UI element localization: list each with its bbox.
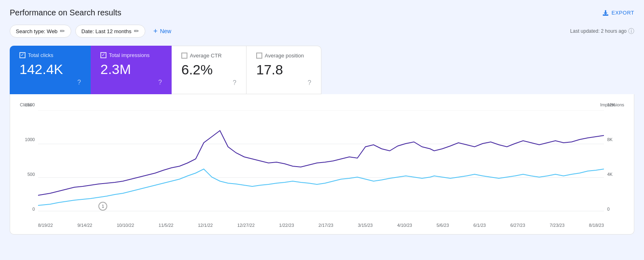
date-filter[interactable]: Date: Last 12 months ✏: [75, 25, 145, 38]
metric-footer-ctr: ?: [181, 79, 236, 87]
x-label-8: 3/15/23: [358, 223, 373, 228]
metric-card-total-clicks[interactable]: Total clicks 142.4K ?: [10, 46, 91, 94]
metric-value-total-impressions: 2.3M: [100, 61, 162, 77]
export-icon: [602, 9, 609, 17]
chart-container: Clicks Impressions 1500 1000 500 0 12K 8…: [10, 94, 634, 235]
x-label-2: 10/10/22: [117, 223, 134, 228]
y-left-0: 0: [32, 207, 35, 211]
help-icon-impressions[interactable]: ?: [158, 79, 162, 86]
header-row: Performance on Search results EXPORT: [10, 8, 634, 17]
y-left-1000: 1000: [25, 137, 35, 142]
page-title: Performance on Search results: [10, 8, 121, 17]
metric-footer-impressions: ?: [100, 79, 162, 86]
x-label-3: 11/5/22: [159, 223, 174, 228]
checkbox-average-position[interactable]: [256, 53, 262, 59]
metric-label-average-ctr: Average CTR: [181, 53, 236, 59]
x-label-14: 8/18/23: [589, 223, 604, 228]
metric-card-total-impressions[interactable]: Total impressions 2.3M ?: [91, 46, 172, 94]
search-type-filter[interactable]: Search type: Web ✏: [10, 25, 71, 38]
date-label: Date: Last 12 months: [81, 28, 132, 34]
y-right-0: 0: [607, 207, 610, 211]
metric-footer-position: ?: [256, 79, 311, 87]
x-label-12: 6/27/23: [510, 223, 525, 228]
metric-card-average-position[interactable]: Average position 17.8 ?: [247, 46, 321, 94]
y-right-4k: 4K: [607, 172, 612, 177]
metric-label-average-position: Average position: [256, 53, 311, 59]
metric-value-average-ctr: 6.2%: [181, 62, 236, 78]
x-label-7: 2/17/23: [319, 223, 334, 228]
plus-icon: +: [153, 27, 158, 35]
help-icon-position[interactable]: ?: [308, 79, 311, 87]
chart-svg-wrapper: [38, 110, 604, 211]
metric-label-total-impressions: Total impressions: [100, 52, 162, 58]
checkbox-average-ctr[interactable]: [181, 53, 187, 59]
edit-search-type-icon: ✏: [60, 27, 65, 35]
x-label-9: 4/10/23: [397, 223, 412, 228]
metric-value-average-position: 17.8: [256, 62, 311, 78]
x-label-10: 5/6/23: [436, 223, 449, 228]
x-label-1: 9/14/22: [77, 223, 92, 228]
info-icon: ⓘ: [628, 27, 634, 35]
metric-footer-clicks: ?: [19, 79, 81, 86]
metric-value-total-clicks: 142.4K: [19, 61, 81, 77]
checkbox-total-clicks[interactable]: [19, 52, 26, 58]
new-button[interactable]: + New: [149, 25, 176, 37]
filters-row: Search type: Web ✏ Date: Last 12 months …: [10, 25, 634, 38]
y-right-labels: 12K 8K 4K 0: [604, 102, 624, 211]
edit-date-icon: ✏: [134, 27, 139, 35]
metrics-row: Total clicks 142.4K ? Total impressions …: [10, 46, 634, 94]
x-label-5: 12/27/22: [237, 223, 255, 228]
x-label-13: 7/23/23: [550, 223, 565, 228]
x-label-0: 8/19/22: [38, 223, 53, 228]
y-left-labels: 1500 1000 500 0: [20, 102, 38, 211]
x-labels: 8/19/22 9/14/22 10/10/22 11/5/22 12/1/22…: [38, 223, 604, 228]
x-label-11: 6/1/23: [474, 223, 486, 228]
y-right-8k: 8K: [607, 137, 612, 142]
help-icon-clicks[interactable]: ?: [77, 79, 81, 86]
x-label-6: 1/22/23: [279, 223, 294, 228]
search-type-label: Search type: Web: [16, 28, 57, 34]
metric-card-average-ctr[interactable]: Average CTR 6.2% ?: [172, 46, 247, 94]
chart-area: Clicks Impressions 1500 1000 500 0 12K 8…: [20, 102, 624, 228]
chart-svg: [38, 110, 604, 211]
help-icon-ctr[interactable]: ?: [233, 79, 236, 87]
y-left-1500: 1500: [25, 102, 35, 107]
x-label-4: 12/1/22: [198, 223, 213, 228]
y-left-500: 500: [28, 172, 35, 177]
metric-label-total-clicks: Total clicks: [19, 52, 81, 58]
export-button[interactable]: EXPORT: [602, 9, 634, 17]
last-updated: Last updated: 2 hours ago ⓘ: [570, 27, 634, 35]
y-right-12k: 12K: [607, 102, 615, 107]
checkbox-total-impressions[interactable]: [100, 52, 106, 58]
